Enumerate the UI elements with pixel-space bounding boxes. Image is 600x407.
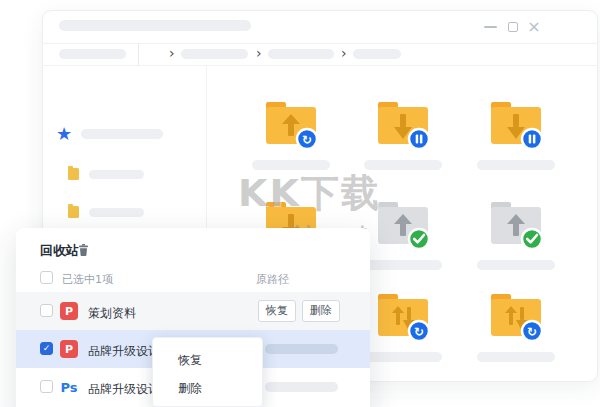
pause-badge-icon (522, 129, 542, 149)
context-menu: 恢复 删除 (152, 337, 263, 407)
folder-icon: ↻ (488, 291, 544, 343)
folder-tile[interactable] (471, 99, 561, 170)
check-badge-icon (522, 229, 542, 249)
folder-icon: ↻ (263, 99, 319, 151)
sync-badge-icon: ↻ (522, 321, 542, 341)
folder-tile[interactable]: ↻ (246, 99, 336, 170)
trash-icon (78, 244, 89, 256)
sync-badge-icon: ↻ (297, 129, 317, 149)
folder-label-placeholder (364, 260, 442, 270)
path-column-header: 原路径 (256, 272, 289, 287)
folder-label-placeholder (477, 260, 555, 270)
path-placeholder (265, 382, 338, 392)
pause-badge-icon (409, 129, 429, 149)
select-all-checkbox[interactable] (40, 271, 53, 284)
folder-label-placeholder (477, 160, 555, 170)
ppt-file-icon: P (60, 302, 78, 320)
folder-tile[interactable] (471, 199, 561, 270)
restore-button[interactable]: 恢复 (258, 300, 296, 322)
menu-item-restore[interactable]: 恢复 (153, 346, 262, 374)
svg-text:↻: ↻ (527, 325, 537, 339)
folder-label-placeholder (252, 160, 330, 170)
screen: × › › › ★ ↻↻↻ KK下载 www.kk (0, 0, 600, 407)
folder-tile[interactable]: ↻ (471, 291, 561, 362)
delete-button[interactable]: 删除 (302, 300, 340, 322)
folder-icon (375, 99, 431, 151)
row-checkbox[interactable] (40, 380, 53, 393)
photoshop-file-icon: Ps (60, 378, 78, 396)
folder-icon: ↻ (375, 291, 431, 343)
folder-label-placeholder (364, 352, 442, 362)
folder-icon (375, 199, 431, 251)
folder-icon (488, 199, 544, 251)
path-placeholder (265, 344, 338, 354)
folder-label-placeholder (477, 352, 555, 362)
folder-icon (488, 99, 544, 151)
check-badge-icon (409, 229, 429, 249)
list-header: 已选中1项 原路径 (16, 268, 370, 290)
sync-badge-icon: ↻ (409, 321, 429, 341)
check-icon: ✓ (43, 344, 51, 353)
menu-item-delete[interactable]: 删除 (153, 374, 262, 402)
folder-tile[interactable] (358, 199, 448, 270)
folder-label-placeholder (364, 160, 442, 170)
svg-text:↻: ↻ (414, 325, 424, 339)
selection-count-label: 已选中1项 (62, 272, 113, 287)
panel-title: 回收站 (40, 242, 79, 260)
row-checkbox-checked[interactable]: ✓ (40, 342, 53, 355)
file-name: 策划资料 (88, 305, 136, 322)
folder-tile[interactable] (358, 99, 448, 170)
ppt-file-icon: P (60, 340, 78, 358)
row-checkbox[interactable] (40, 304, 53, 317)
recycle-row[interactable]: P 策划资料 恢复 删除 (16, 292, 370, 330)
svg-text:↻: ↻ (302, 133, 312, 147)
folder-tile[interactable]: ↻ (358, 291, 448, 362)
